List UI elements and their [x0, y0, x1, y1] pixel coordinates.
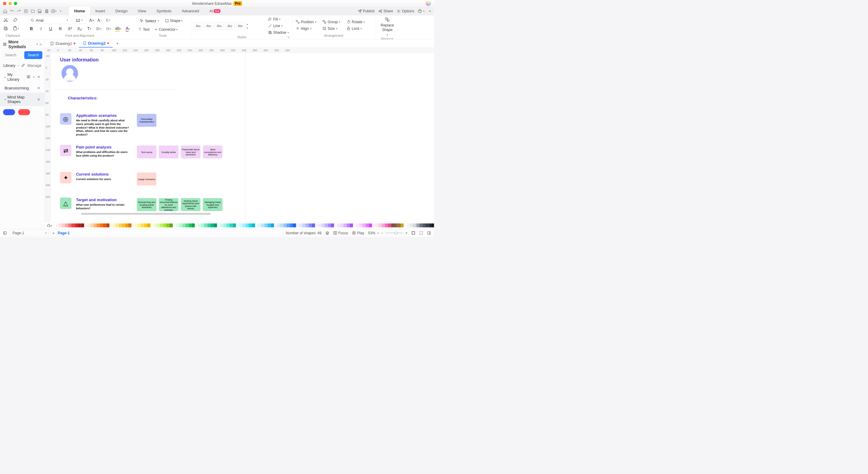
symbol-search-input[interactable]: Search — [2, 51, 23, 59]
color-swatch[interactable] — [75, 224, 78, 227]
color-swatch[interactable] — [128, 224, 132, 227]
color-swatch[interactable] — [189, 224, 192, 227]
share-button[interactable]: Share — [378, 9, 393, 13]
card-shape[interactable]: Usage Scenarios — [137, 173, 156, 185]
bold-button[interactable]: B — [28, 25, 35, 32]
color-swatch[interactable] — [56, 224, 59, 227]
color-swatch[interactable] — [78, 224, 81, 227]
color-swatch[interactable] — [366, 224, 369, 227]
help-icon[interactable]: ▾ — [418, 9, 425, 13]
color-swatch[interactable] — [227, 224, 230, 227]
section-desc[interactable]: We need to think carefully about what us… — [76, 119, 130, 136]
text-tool[interactable]: Text — [136, 26, 151, 32]
style-swatch[interactable]: Abc — [194, 23, 203, 29]
section-title[interactable]: Target and motivation — [76, 198, 130, 202]
color-swatch[interactable] — [356, 224, 360, 227]
avatar-shape[interactable] — [61, 65, 78, 81]
section-desc[interactable]: What problems and difficulties do users … — [76, 150, 130, 158]
color-swatch[interactable] — [277, 224, 281, 227]
color-swatch[interactable] — [318, 224, 321, 227]
color-swatch[interactable] — [106, 224, 110, 227]
color-swatch[interactable] — [404, 224, 407, 227]
color-swatch[interactable] — [116, 224, 119, 227]
card-shape[interactable]: Managing travel budgets and expenses — [203, 198, 222, 211]
color-swatch[interactable] — [113, 224, 116, 227]
add-icon[interactable]: + — [33, 75, 35, 79]
fill-button[interactable]: Fill▾ — [267, 16, 290, 22]
color-swatch[interactable] — [334, 224, 338, 227]
rotate-button[interactable]: Rotate▾ — [346, 19, 366, 24]
card-shape[interactable]: Value convenience and efficiency — [203, 145, 222, 159]
color-swatch[interactable] — [185, 224, 189, 227]
color-swatch[interactable] — [426, 224, 429, 227]
color-swatch[interactable] — [71, 224, 75, 227]
color-swatch[interactable] — [97, 224, 100, 227]
maximize-window-button[interactable] — [14, 2, 17, 5]
color-swatch[interactable] — [416, 224, 420, 227]
italic-button[interactable]: I — [38, 25, 44, 32]
paste-icon[interactable]: ▾ — [12, 25, 19, 32]
color-swatch[interactable] — [401, 224, 404, 227]
color-swatch[interactable] — [59, 224, 62, 227]
font-color-button[interactable]: A▾ — [124, 25, 131, 32]
color-swatch[interactable] — [201, 224, 205, 227]
underline-button[interactable]: U — [47, 25, 54, 32]
sidebar-item-mylibrary[interactable]: ▸ My Library + ✕ — [0, 70, 45, 84]
color-swatch[interactable] — [230, 224, 233, 227]
play-button[interactable]: Play — [352, 231, 364, 235]
color-swatch[interactable] — [331, 224, 334, 227]
color-swatch[interactable] — [65, 224, 68, 227]
style-swatch[interactable]: Abc — [215, 23, 224, 29]
color-swatch[interactable] — [432, 224, 434, 227]
color-swatch[interactable] — [413, 224, 416, 227]
color-swatch[interactable] — [315, 224, 318, 227]
color-swatch[interactable] — [220, 224, 224, 227]
canvas-section[interactable]: ✦ Current solutions Current solutions fo… — [60, 172, 111, 183]
color-swatch[interactable] — [350, 224, 353, 227]
copy-icon[interactable] — [2, 25, 9, 32]
redo-icon[interactable] — [16, 8, 22, 14]
panel-toggle-icon[interactable] — [3, 231, 7, 235]
section-icon[interactable]: ⇄ — [60, 145, 71, 156]
color-swatch[interactable] — [144, 224, 148, 227]
canvas-section[interactable]: △ Target and motivation What user prefer… — [60, 198, 130, 210]
properties-icon[interactable] — [427, 231, 431, 235]
color-swatch[interactable] — [423, 224, 426, 227]
chevron-up-icon[interactable] — [17, 64, 20, 67]
color-swatch[interactable] — [271, 224, 274, 227]
color-swatch[interactable] — [233, 224, 236, 227]
zoom-out-button[interactable]: − — [381, 231, 383, 235]
color-swatch[interactable] — [312, 224, 315, 227]
color-swatch[interactable] — [378, 224, 382, 227]
highlight-button[interactable]: ab▾ — [115, 25, 121, 32]
collapse-sidebar-icon[interactable]: « — [39, 42, 41, 47]
position-button[interactable]: Position▾ — [295, 19, 317, 24]
color-swatch[interactable] — [62, 224, 65, 227]
canvas-section[interactable]: ◎ Application scenarios We need to think… — [60, 113, 130, 136]
color-swatch[interactable] — [157, 224, 160, 227]
color-swatch[interactable] — [81, 224, 84, 227]
color-swatch[interactable] — [223, 224, 227, 227]
color-swatch[interactable] — [293, 224, 296, 227]
replace-shape-button[interactable]: Replace Shape▾ — [380, 16, 395, 37]
color-swatch[interactable] — [170, 224, 173, 227]
color-swatch[interactable] — [84, 224, 87, 227]
minimize-window-button[interactable] — [8, 2, 12, 5]
color-swatch[interactable] — [290, 224, 293, 227]
color-swatch[interactable] — [394, 224, 398, 227]
color-swatch[interactable] — [306, 224, 309, 227]
color-swatch[interactable] — [296, 224, 300, 227]
color-swatch[interactable] — [217, 224, 220, 227]
shape-thumbnail[interactable] — [18, 109, 30, 115]
section-desc[interactable]: What user preferences lead to certain be… — [76, 203, 130, 210]
decrease-font-icon[interactable]: A− — [96, 17, 103, 24]
card-shape[interactable]: Sharing travel experiences and photos wi… — [181, 198, 200, 211]
format-painter-icon[interactable] — [12, 16, 19, 23]
increase-font-icon[interactable]: A+ — [88, 17, 95, 24]
color-swatch[interactable] — [398, 224, 401, 227]
card-shape[interactable]: Passionate about travel and adventure — [181, 145, 200, 159]
style-swatch[interactable]: Abc — [236, 23, 245, 29]
color-swatch[interactable] — [154, 224, 157, 227]
open-icon[interactable] — [30, 8, 36, 14]
color-swatch[interactable] — [141, 224, 144, 227]
